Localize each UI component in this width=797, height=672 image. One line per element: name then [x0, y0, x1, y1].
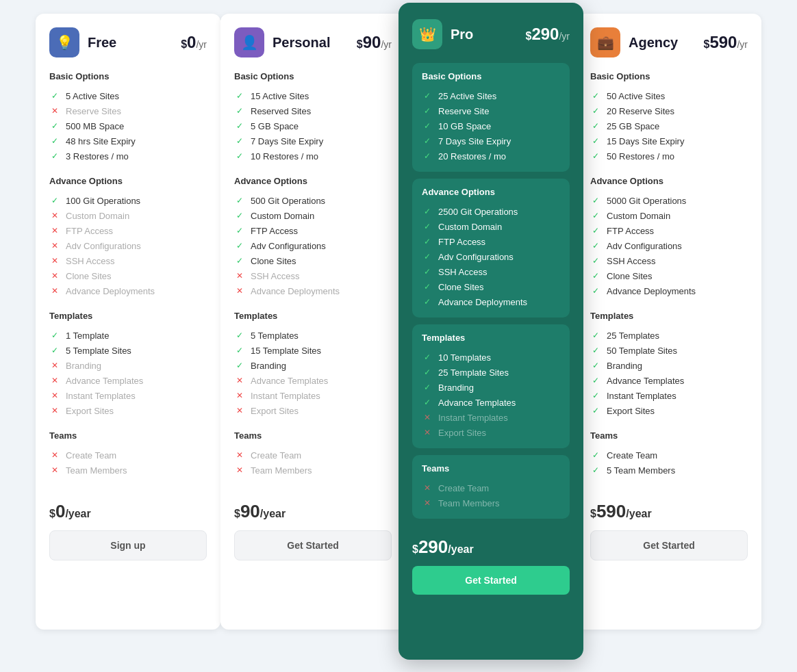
check-icon: ✓	[590, 210, 601, 221]
check-icon: ✓	[234, 210, 245, 221]
cross-icon: ✕	[49, 465, 60, 476]
check-icon: ✓	[422, 352, 433, 363]
feature-row: ✓3 Restores / mo	[49, 148, 207, 164]
check-icon: ✓	[590, 225, 601, 236]
plan-header-pro: 👑Pro$290/yr	[412, 19, 570, 49]
pricing-container: 💡Free$0/yrBasic Options✓5 Active Sites✕R…	[7, 14, 790, 649]
section-box-pro-templates: Templates✓10 Templates✓25 Template Sites…	[412, 324, 570, 448]
feature-text: Clone Sites	[251, 256, 296, 266]
check-icon: ✓	[234, 330, 245, 341]
feature-text: Create Team	[251, 450, 301, 461]
plan-title-pro: Pro	[451, 27, 473, 42]
check-icon: ✓	[49, 135, 60, 146]
section-title: Templates	[49, 311, 207, 321]
section-agency-teams: Teams✓Create Team✓5 Team Members	[590, 430, 748, 478]
feature-text: Create Team	[66, 450, 116, 461]
section-title: Teams	[49, 430, 207, 441]
check-icon: ✓	[49, 330, 60, 341]
feature-text: 25 GB Space	[607, 121, 659, 131]
feature-text: Export Sites	[251, 406, 299, 416]
feature-row: ✕Instant Templates	[49, 388, 207, 403]
cta-button-pro[interactable]: Get Started	[412, 566, 570, 595]
check-icon: ✓	[234, 255, 245, 266]
section-personal-teams: Teams✕Create Team✕Team Members	[234, 430, 392, 478]
check-icon: ✓	[422, 120, 433, 131]
feature-row: ✓Adv Configurations	[234, 238, 392, 253]
plan-footer-free: $0/yearSign up	[49, 490, 207, 560]
feature-row: ✓25 Template Sites	[422, 365, 560, 380]
feature-row: ✓25 Active Sites	[422, 88, 560, 103]
feature-text: Advance Deployments	[607, 286, 696, 296]
cta-button-agency[interactable]: Get Started	[590, 530, 748, 560]
plan-footer-pro: $290/yearGet Started	[412, 526, 570, 595]
feature-text: Clone Sites	[607, 271, 652, 281]
cross-icon: ✕	[422, 412, 433, 423]
check-icon: ✓	[422, 206, 433, 217]
section-title: Templates	[234, 311, 392, 321]
feature-row: ✓15 Days Site Expiry	[590, 133, 748, 148]
feature-row: ✓Custom Domain	[590, 208, 748, 223]
cross-icon: ✕	[234, 465, 245, 476]
feature-text: 48 hrs Site Expiry	[66, 136, 136, 146]
feature-text: 5 Templates	[251, 331, 299, 341]
feature-text: 5 Team Members	[607, 465, 675, 476]
feature-text: 500 MB Space	[66, 121, 124, 131]
section-title: Advance Options	[234, 176, 392, 186]
cross-icon: ✕	[49, 375, 60, 386]
feature-text: 5 Active Sites	[66, 91, 119, 101]
plan-price-header-free: $0/yr	[181, 33, 207, 52]
cta-button-free[interactable]: Sign up	[49, 530, 207, 560]
section-title: Advance Options	[590, 176, 748, 186]
feature-text: 5 GB Space	[251, 121, 299, 131]
feature-row: ✓25 Templates	[590, 328, 748, 343]
section-free-advance-options: Advance Options✓100 Git Operations✕Custo…	[49, 176, 207, 298]
feature-row: ✓Advance Deployments	[422, 294, 560, 309]
cross-icon: ✕	[49, 390, 60, 401]
check-icon: ✓	[590, 135, 601, 146]
cross-icon: ✕	[49, 270, 60, 281]
feature-row: ✓10 Templates	[422, 350, 560, 365]
feature-row: ✕Instant Templates	[422, 410, 560, 425]
check-icon: ✓	[590, 105, 601, 116]
cross-icon: ✕	[49, 360, 60, 371]
feature-row: ✕Export Sites	[422, 425, 560, 440]
feature-row: ✓Instant Templates	[590, 388, 748, 403]
cross-icon: ✕	[234, 375, 245, 386]
feature-row: ✓Branding	[590, 358, 748, 373]
check-icon: ✓	[234, 90, 245, 101]
feature-text: Export Sites	[438, 428, 486, 438]
check-icon: ✓	[422, 296, 433, 307]
feature-row: ✓Adv Configurations	[422, 249, 560, 264]
feature-text: Create Team	[607, 450, 657, 461]
feature-text: FTP Access	[607, 226, 654, 236]
cross-icon: ✕	[234, 450, 245, 461]
cross-icon: ✕	[234, 390, 245, 401]
section-title: Advance Options	[49, 176, 207, 186]
feature-text: Custom Domain	[251, 211, 314, 221]
feature-row: ✓FTP Access	[590, 223, 748, 238]
feature-text: 100 Git Operations	[66, 196, 140, 206]
check-icon: ✓	[234, 151, 245, 161]
plan-icon-pro: 👑	[412, 19, 442, 49]
check-icon: ✓	[422, 397, 433, 408]
check-icon: ✓	[590, 330, 601, 341]
feature-text: Instant Templates	[251, 391, 320, 401]
plan-title-agency: Agency	[629, 35, 678, 51]
feature-text: Branding	[607, 361, 642, 371]
section-title: Templates	[422, 333, 560, 343]
feature-row: ✓FTP Access	[422, 234, 560, 249]
feature-text: Advance Templates	[66, 376, 143, 386]
feature-row: ✓500 Git Operations	[234, 193, 392, 208]
check-icon: ✓	[422, 151, 433, 161]
feature-row: ✓Advance Templates	[422, 395, 560, 410]
check-icon: ✓	[590, 285, 601, 296]
feature-row: ✓Clone Sites	[422, 279, 560, 294]
feature-text: FTP Access	[251, 226, 298, 236]
feature-text: Reserve Sites	[66, 106, 121, 116]
cta-button-personal[interactable]: Get Started	[234, 530, 392, 560]
feature-row: ✓500 MB Space	[49, 118, 207, 133]
feature-text: Clone Sites	[66, 271, 111, 281]
feature-text: Team Members	[251, 465, 312, 476]
check-icon: ✓	[234, 195, 245, 206]
feature-row: ✓Custom Domain	[234, 208, 392, 223]
